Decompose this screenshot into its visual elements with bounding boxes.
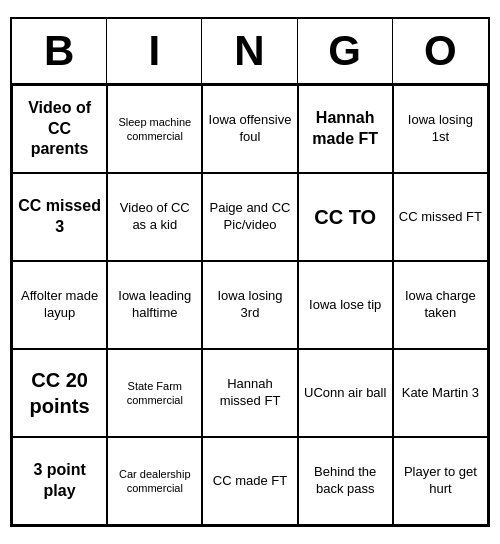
bingo-cell-10: Affolter made layup <box>12 261 107 349</box>
bingo-cell-6: Video of CC as a kid <box>107 173 202 261</box>
bingo-cell-16: State Farm commercial <box>107 349 202 437</box>
bingo-header: BINGO <box>12 19 488 85</box>
bingo-letter-g: G <box>298 19 393 83</box>
bingo-cell-17: Hannah missed FT <box>202 349 297 437</box>
bingo-cell-0: Video of CC parents <box>12 85 107 173</box>
bingo-cell-1: Sleep machine commercial <box>107 85 202 173</box>
bingo-card: BINGO Video of CC parentsSleep machine c… <box>10 17 490 527</box>
bingo-cell-2: Iowa offensive foul <box>202 85 297 173</box>
bingo-cell-4: Iowa losing 1st <box>393 85 488 173</box>
bingo-cell-19: Kate Martin 3 <box>393 349 488 437</box>
bingo-cell-8: CC TO <box>298 173 393 261</box>
bingo-cell-3: Hannah made FT <box>298 85 393 173</box>
bingo-cell-14: Iowa charge taken <box>393 261 488 349</box>
bingo-cell-11: Iowa leading halftime <box>107 261 202 349</box>
bingo-cell-12: Iowa losing 3rd <box>202 261 297 349</box>
bingo-letter-n: N <box>202 19 297 83</box>
bingo-cell-24: Player to get hurt <box>393 437 488 525</box>
bingo-grid: Video of CC parentsSleep machine commerc… <box>12 85 488 525</box>
bingo-cell-7: Paige and CC Pic/video <box>202 173 297 261</box>
bingo-cell-23: Behind the back pass <box>298 437 393 525</box>
bingo-letter-b: B <box>12 19 107 83</box>
bingo-cell-5: CC missed 3 <box>12 173 107 261</box>
bingo-letter-i: I <box>107 19 202 83</box>
bingo-letter-o: O <box>393 19 488 83</box>
bingo-cell-18: UConn air ball <box>298 349 393 437</box>
bingo-cell-21: Car dealership commercial <box>107 437 202 525</box>
bingo-cell-13: Iowa lose tip <box>298 261 393 349</box>
bingo-cell-22: CC made FT <box>202 437 297 525</box>
bingo-cell-9: CC missed FT <box>393 173 488 261</box>
bingo-cell-15: CC 20 points <box>12 349 107 437</box>
bingo-cell-20: 3 point play <box>12 437 107 525</box>
